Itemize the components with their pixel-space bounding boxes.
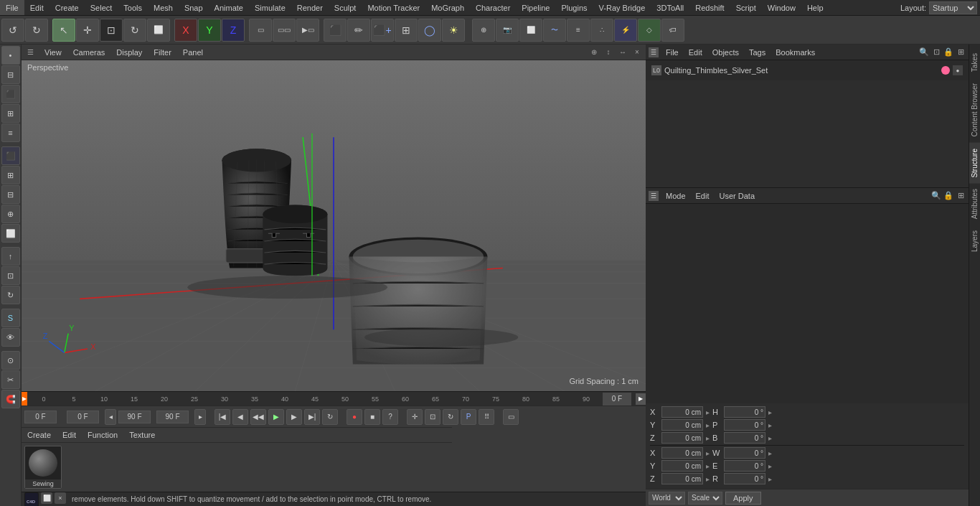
viewport-close-icon[interactable]: × [631,47,643,58]
vtab-structure[interactable]: Structure [969,143,980,184]
lt-knife-button[interactable]: ✂ [1,370,20,389]
lt-isoparm-button[interactable]: ⊟ [1,185,20,204]
attr-search-icon[interactable]: 🔍 [931,191,941,201]
camera-button[interactable]: 📷 [496,19,519,42]
param-tr-button[interactable]: P [461,409,476,425]
apply-button[interactable]: Apply [725,492,761,505]
tag-button[interactable]: 🏷 [661,19,684,42]
playback-options-button[interactable]: ? [382,409,398,425]
dots-tr-button[interactable]: ⠿ [479,409,494,425]
vtab-layers[interactable]: Layers [969,225,980,258]
mat-function-btn[interactable]: Function [85,431,121,439]
move-tool-button[interactable]: ✛ [76,19,99,42]
menu-vray[interactable]: V-Ray Bridge [593,0,651,15]
menu-mograph[interactable]: MoGraph [425,0,470,15]
step-forward-button[interactable]: ▶ [286,409,302,425]
viewport-display-btn[interactable]: Display [113,48,145,57]
lt-box-button[interactable]: ⬜ [1,224,20,243]
attr-expand-icon[interactable]: ⊞ [956,191,966,201]
coord-p-input[interactable] [724,419,765,431]
vtab-attributes[interactable]: Attributes [969,183,980,225]
stop-button[interactable]: ■ [364,409,380,425]
scale-dropdown[interactable]: Scale Size [688,492,722,505]
lt-brush-button[interactable]: ⊙ [1,351,20,370]
lt-points-button[interactable]: • [1,46,20,65]
viewport-maximize-icon[interactable]: ⊕ [588,47,600,58]
om-menu-icon[interactable]: ☰ [649,47,659,57]
menu-simulate[interactable]: Simulate [249,0,291,15]
play-reverse-button[interactable]: ◀◀ [250,409,266,425]
coord-y-pos-input[interactable] [661,419,703,431]
coord-z-pos-input[interactable] [661,432,703,444]
menu-render[interactable]: Render [291,0,329,15]
viewport-3d[interactable]: Perspective [22,60,646,391]
menu-window[interactable]: Window [762,0,801,15]
loop-button[interactable]: ↻ [322,409,338,425]
om-filter-icon[interactable]: ⊡ [931,47,941,57]
floor-button[interactable]: ⬜ [519,19,542,42]
world-dropdown[interactable]: World Object Local [649,492,685,505]
lt-mesh-button[interactable]: ⊞ [1,104,20,123]
play-button[interactable]: ▶ [268,409,284,425]
viewport-filter-btn[interactable]: Filter [151,48,174,57]
coord-se-input[interactable] [724,460,765,472]
obj-vis-icon[interactable]: ● [953,65,963,75]
frame-right-button[interactable]: ▸ [194,409,206,425]
coord-x-pos-input[interactable] [661,406,703,418]
lt-uvmesh-button[interactable]: ⊕ [1,205,20,223]
menu-help[interactable]: Help [801,0,829,15]
mat-create-btn[interactable]: Create [24,431,54,439]
curve-button[interactable]: ◯ [418,19,441,42]
close-icon[interactable]: × [55,492,66,504]
lt-hide-button[interactable]: 👁 [1,328,20,347]
coord-sr-input[interactable] [724,473,765,484]
menu-animate[interactable]: Animate [209,0,249,15]
om-file-btn[interactable]: File [663,48,682,57]
frame-render-button[interactable]: ▭ [249,19,272,42]
om-bookmarks-btn[interactable]: Bookmarks [773,48,818,57]
om-search-icon[interactable]: 🔍 [919,47,929,57]
select-tool-button[interactable]: ↖ [52,19,75,42]
attr-mode-btn[interactable]: Mode [663,192,689,200]
lt-edges-button[interactable]: ⊟ [1,65,20,84]
array-button[interactable]: ⊞ [395,19,418,42]
scale-tool-button[interactable]: ⊡ [100,19,123,42]
menu-snap[interactable]: Snap [179,0,209,15]
vtab-content-browser[interactable]: Content Browser [969,78,980,142]
axis-y-button[interactable]: Y [198,19,221,42]
attr-user-data-btn[interactable]: User Data [717,192,758,200]
menu-tools[interactable]: Tools [118,0,148,15]
lt-magnet-button[interactable]: 🧲 [1,390,20,408]
mat-edit-btn[interactable]: Edit [60,431,79,439]
coord-h-input[interactable] [724,406,765,418]
menu-3dtoall[interactable]: 3DToAll [651,0,689,15]
menu-redshift[interactable]: Redshift [689,0,730,15]
timeline-frame-input[interactable] [603,393,631,406]
menu-file[interactable]: File [0,0,24,15]
lt-rotate-left-button[interactable]: ↻ [1,286,20,304]
viewport-split-v-icon[interactable]: ↔ [617,47,628,58]
menu-plugins[interactable]: Plugins [555,0,593,15]
lt-polygons-button[interactable]: ⬛ [1,85,20,103]
deformer-button[interactable]: 〜 [543,19,566,42]
extrude-button[interactable]: ⬛+ [371,19,394,42]
dynamics-button[interactable]: ⚡ [614,19,637,42]
rotate-tool-button[interactable]: ↻ [123,19,146,42]
particle-button[interactable]: ∴ [590,19,613,42]
record-button[interactable]: ● [347,409,362,425]
timeline-ruler[interactable]: 0 5 10 15 20 25 30 35 40 45 50 55 60 65 [27,395,603,403]
viewport-split-h-icon[interactable]: ↕ [603,47,614,58]
obj-row-quilting[interactable]: L0 Quilting_Thimbles_Silver_Set ● [649,63,966,78]
om-edit-btn[interactable]: Edit [686,48,705,57]
om-lock-icon[interactable]: 🔒 [943,47,953,57]
region-render-button[interactable]: ▭▭ [273,19,296,42]
menu-character[interactable]: Character [470,0,516,15]
lt-move-left-button[interactable]: ↑ [1,247,20,266]
hair-button[interactable]: ≡ [567,19,590,42]
lt-solid-button[interactable]: ⬛ [1,146,20,165]
undo-button[interactable]: ↺ [1,19,24,42]
step-back-button[interactable]: ◀ [232,409,248,425]
scale-tr-button[interactable]: ⊡ [425,409,440,425]
start-frame-input[interactable] [24,411,57,423]
material-sewing[interactable]: Sewing [24,446,62,489]
